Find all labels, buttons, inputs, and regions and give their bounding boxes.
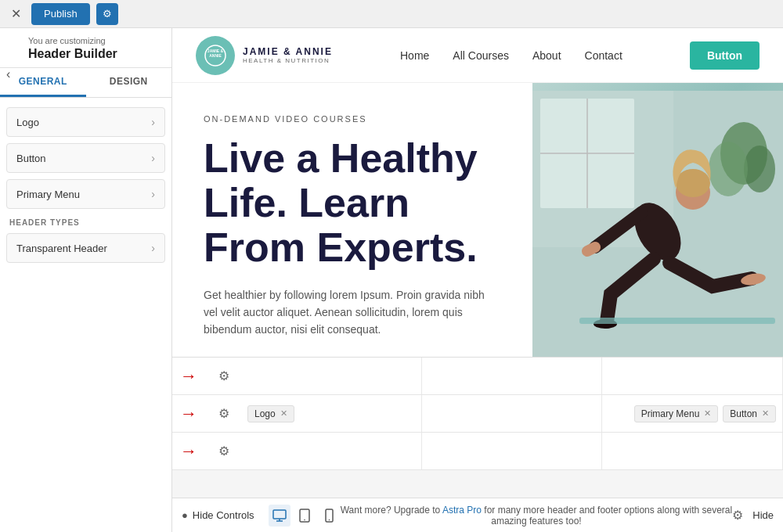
astra-pro-link[interactable]: Astra Pro xyxy=(442,505,482,516)
website-preview: JAMIE & ANNIE JAMIE & ANNIE HEALTH & NUT… xyxy=(172,28,783,357)
preview-nav-button[interactable]: Button xyxy=(690,41,760,70)
sidebar-item-button[interactable]: Button › xyxy=(6,143,165,173)
chevron-right-icon: › xyxy=(151,188,155,200)
close-icon: ✕ xyxy=(11,6,21,21)
row-1-col-left xyxy=(241,358,422,394)
row-3-gear[interactable]: ⚙ xyxy=(207,444,241,458)
arrow-right-icon: → xyxy=(180,404,197,424)
primary-menu-chip-label: Primary Menu xyxy=(641,408,700,419)
row-2-col-center xyxy=(422,395,603,432)
preview-area: JAMIE & ANNIE JAMIE & ANNIE HEALTH & NUT… xyxy=(172,28,783,532)
tablet-icon[interactable] xyxy=(294,505,316,527)
section-header-types: Header Types xyxy=(9,218,162,227)
row-2-arrow: → xyxy=(172,404,207,424)
svg-point-10 xyxy=(709,142,748,196)
settings-button[interactable]: ⚙ xyxy=(96,3,118,25)
hide-label: Hide xyxy=(752,509,774,521)
gear-icon: ⚙ xyxy=(218,444,229,458)
logo-chip[interactable]: Logo ✕ xyxy=(247,405,294,422)
hide-button[interactable]: Hide xyxy=(752,509,774,521)
table-row: → ⚙ Logo ✕ Primary Menu xyxy=(172,395,783,433)
row-1-col-right xyxy=(602,358,783,394)
bottom-bar: ● Hide Controls Want more? Upgrade xyxy=(172,498,783,532)
hero-label: ON-DEMAND VIDEO COURSES xyxy=(204,114,501,124)
sidebar-item-primary-menu[interactable]: Primary Menu › xyxy=(6,179,165,209)
preview-nav: JAMIE & ANNIE JAMIE & ANNIE HEALTH & NUT… xyxy=(172,28,783,83)
button-chip-label: Button xyxy=(730,408,757,419)
primary-menu-chip-close[interactable]: ✕ xyxy=(704,408,711,419)
mobile-icon[interactable] xyxy=(319,505,341,527)
row-2-gear[interactable]: ⚙ xyxy=(207,406,241,421)
tab-general[interactable]: General xyxy=(0,68,86,97)
menu-item-home[interactable]: Home xyxy=(400,49,429,62)
svg-text:ANNIE: ANNIE xyxy=(209,53,222,58)
row-1-col-center xyxy=(422,358,603,394)
row-3-arrow: → xyxy=(172,441,207,462)
hide-controls-label: Hide Controls xyxy=(193,509,254,521)
button-chip-close[interactable]: ✕ xyxy=(762,408,769,419)
sidebar-item-button-label: Button xyxy=(16,153,46,164)
svg-point-13 xyxy=(676,169,710,197)
arrow-right-icon: → xyxy=(180,366,197,386)
arrow-right-icon: → xyxy=(180,441,197,462)
menu-item-contact[interactable]: Contact xyxy=(585,49,622,62)
hero-image xyxy=(532,83,783,357)
sidebar-header: ‹ You are customizing Header Builder xyxy=(0,28,171,68)
sidebar-content: Logo › Button › Primary Menu › Header Ty… xyxy=(0,98,171,532)
row-3-col-left xyxy=(241,433,422,469)
svg-point-23 xyxy=(329,519,330,520)
menu-item-all-courses[interactable]: All Courses xyxy=(453,49,509,62)
logo-circle: JAMIE & ANNIE xyxy=(196,36,235,75)
hero-content: ON-DEMAND VIDEO COURSES Live a Healthy L… xyxy=(172,83,532,357)
hide-controls-button[interactable]: ● Hide Controls xyxy=(182,509,254,521)
row-2-col-right: Primary Menu ✕ Button ✕ xyxy=(602,395,783,432)
mobile-svg xyxy=(325,509,334,523)
row-1-arrow: → xyxy=(172,366,207,386)
svg-rect-17 xyxy=(273,510,286,519)
bottom-left: ● Hide Controls xyxy=(182,505,341,527)
chevron-right-icon: › xyxy=(151,152,155,164)
logo-name: JAMIE & ANNIE xyxy=(243,46,333,57)
desktop-svg xyxy=(272,509,287,522)
menu-item-about[interactable]: About xyxy=(532,49,561,62)
sidebar-item-logo-label: Logo xyxy=(16,117,39,128)
sidebar-you-are: You are customizing xyxy=(28,36,161,45)
table-row: → ⚙ xyxy=(172,358,783,395)
builder-rows: → ⚙ → ⚙ xyxy=(172,358,783,498)
preview-menu: Home All Courses About Contact xyxy=(400,49,622,62)
row-2-col-left: Logo ✕ xyxy=(241,395,422,432)
back-button[interactable]: ‹ xyxy=(6,67,10,81)
sidebar-tabs: General Design xyxy=(0,68,171,98)
svg-rect-16 xyxy=(579,318,775,324)
logo-svg: JAMIE & ANNIE xyxy=(204,44,227,67)
chevron-right-icon: › xyxy=(151,116,155,128)
hero-person-svg xyxy=(532,91,783,357)
gear-icon: ⚙ xyxy=(103,8,112,20)
sidebar-item-transparent-header[interactable]: Transparent Header › xyxy=(6,233,165,263)
table-row: → ⚙ xyxy=(172,433,783,470)
gear-icon: ⚙ xyxy=(218,406,229,421)
sidebar-item-logo[interactable]: Logo › xyxy=(6,107,165,137)
tablet-svg xyxy=(299,509,310,523)
logo-sub: HEALTH & NUTRITION xyxy=(243,57,333,64)
hero-description: Get healthier by following lorem Ipsum. … xyxy=(204,286,501,339)
logo-chip-label: Logo xyxy=(254,408,276,419)
circle-icon: ● xyxy=(182,509,188,521)
svg-point-21 xyxy=(304,519,305,520)
settings-gear-icon[interactable]: ⚙ xyxy=(732,508,743,523)
primary-menu-chip[interactable]: Primary Menu ✕ xyxy=(634,405,719,422)
upgrade-text: Want more? Upgrade to xyxy=(341,505,441,516)
sidebar-title: Header Builder xyxy=(28,47,161,61)
logo-chip-close[interactable]: ✕ xyxy=(280,408,287,419)
hero-headline: Live a Healthy Life. Learn From Experts. xyxy=(204,136,501,271)
button-chip[interactable]: Button ✕ xyxy=(723,405,776,422)
builder-area: → ⚙ → ⚙ xyxy=(172,357,783,498)
publish-button[interactable]: Publish xyxy=(31,3,90,25)
tab-design[interactable]: Design xyxy=(86,68,172,97)
close-button[interactable]: ✕ xyxy=(6,5,25,23)
desktop-icon[interactable] xyxy=(269,505,290,527)
row-1-gear[interactable]: ⚙ xyxy=(207,368,241,383)
logo-text-block: JAMIE & ANNIE HEALTH & NUTRITION xyxy=(243,46,333,64)
top-bar: ✕ Publish ⚙ xyxy=(0,0,783,28)
hero-section: ON-DEMAND VIDEO COURSES Live a Healthy L… xyxy=(172,83,783,357)
